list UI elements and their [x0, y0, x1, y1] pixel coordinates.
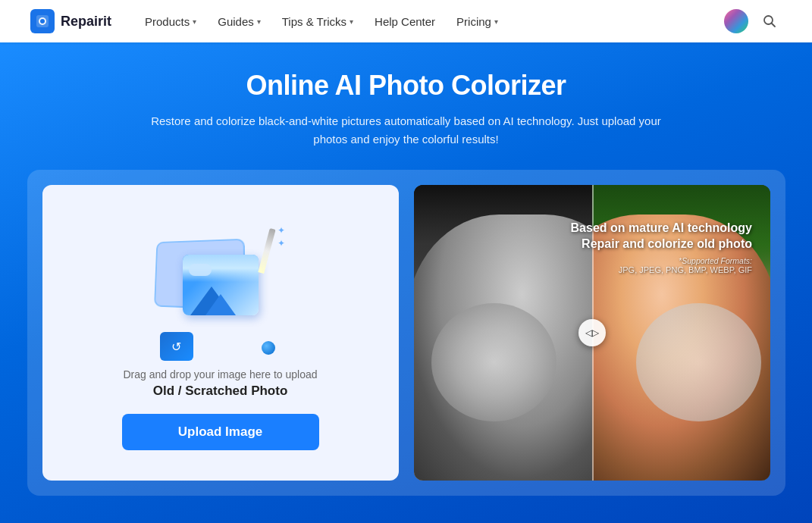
file-type-label: Old / Scratched Photo	[153, 384, 288, 399]
svg-line-4	[772, 23, 776, 27]
formats-label: *Supported Formats:	[679, 256, 752, 265]
photo-overlay-text: Based on mature AI technology Repair and…	[571, 221, 752, 275]
photo-bw-half	[414, 185, 592, 481]
illus-cloud	[189, 264, 212, 276]
hero-section: Online AI Photo Colorizer Restore and co…	[0, 42, 812, 523]
illus-mountain2	[205, 294, 236, 315]
navbar: Repairit Products ▾ Guides ▾ Tips & Tric…	[0, 0, 812, 42]
upload-panel: ↺ ✦ ✦ Drag and drop your image here to u…	[42, 185, 399, 481]
illus-front-photo	[183, 255, 259, 315]
logo-link[interactable]: Repairit	[30, 9, 111, 33]
svg-point-2	[40, 19, 45, 23]
hero-title: Online AI Photo Colorizer	[15, 70, 797, 102]
preview-image-container: Based on mature AI technology Repair and…	[414, 185, 770, 481]
divider-handle[interactable]	[578, 319, 606, 346]
chevron-down-icon: ▾	[350, 17, 353, 26]
flowers-bw	[431, 303, 556, 421]
main-card: ↺ ✦ ✦ Drag and drop your image here to u…	[27, 170, 785, 496]
illus-blue-cube: ↺	[160, 332, 193, 361]
nav-item-pricing[interactable]: Pricing ▾	[447, 9, 507, 34]
overlay-title-line1: Based on mature AI technology	[571, 221, 752, 236]
formats-value: JPG, JPEG, PNG, BMP, WEBP, GIF	[619, 265, 752, 274]
overlay-title-line2: Repair and colorize old photo	[571, 236, 752, 252]
illus-stars: ✦ ✦	[277, 224, 285, 250]
cube-icon: ↺	[171, 340, 181, 354]
search-icon[interactable]	[757, 9, 782, 33]
chevron-down-icon: ▾	[193, 17, 196, 26]
chevron-down-icon: ▾	[257, 17, 261, 26]
nav-item-tips-tricks[interactable]: Tips & Tricks ▾	[273, 9, 362, 34]
logo-icon	[30, 9, 55, 33]
logo-text: Repairit	[61, 14, 111, 30]
overlay-formats: *Supported Formats: JPG, JPEG, PNG, BMP,…	[571, 256, 752, 274]
navbar-actions	[724, 9, 782, 33]
preview-panel: Based on mature AI technology Repair and…	[414, 185, 770, 481]
illus-ball	[262, 341, 275, 355]
illus-pencil	[258, 228, 275, 274]
drag-drop-text: Drag and drop your image here to upload	[123, 368, 317, 381]
upload-illustration: ↺ ✦ ✦	[145, 217, 296, 368]
upload-image-button[interactable]: Upload Image	[122, 414, 319, 450]
avatar[interactable]	[724, 9, 748, 33]
nav-menu: Products ▾ Guides ▾ Tips & Tricks ▾ Help…	[136, 9, 724, 34]
flowers-color	[636, 303, 761, 421]
nav-item-products[interactable]: Products ▾	[136, 9, 205, 34]
hero-subtitle: Restore and colorize black-and-white pic…	[141, 112, 672, 149]
chevron-down-icon: ▾	[494, 17, 498, 26]
nav-item-guides[interactable]: Guides ▾	[208, 9, 270, 34]
nav-item-help-center[interactable]: Help Center	[365, 9, 444, 34]
